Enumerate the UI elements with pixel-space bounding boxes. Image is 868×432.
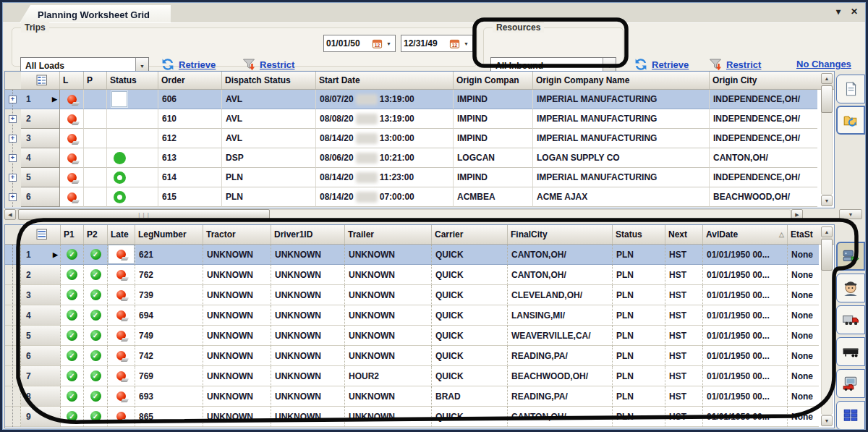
column-header[interactable]: Order bbox=[158, 72, 222, 89]
late-cell[interactable] bbox=[60, 168, 84, 187]
dispatch-status-cell[interactable]: PLN bbox=[222, 168, 316, 187]
row-header[interactable]: 7 bbox=[21, 366, 61, 386]
scrollbar-thumb[interactable]: | | | bbox=[18, 209, 270, 220]
avldate-cell[interactable]: 01/01/1950 00... bbox=[703, 366, 788, 386]
scroll-down-button[interactable]: ▼ bbox=[821, 195, 833, 206]
next-cell[interactable]: HST bbox=[665, 285, 703, 305]
p-cell[interactable] bbox=[84, 129, 107, 148]
row-header[interactable]: 5 bbox=[21, 168, 60, 187]
etastatus-cell[interactable]: None bbox=[788, 265, 819, 285]
column-header[interactable]: Tractor bbox=[203, 225, 271, 244]
trailer-cell[interactable]: UNKNOWN bbox=[345, 265, 432, 285]
finalcity-cell[interactable]: WEAVERVILLE,CA/ bbox=[508, 326, 613, 346]
origin-city-cell[interactable]: BEACHWOOD,OH/ bbox=[710, 187, 817, 207]
carrier-cell[interactable]: QUICK bbox=[432, 285, 508, 305]
late-cell[interactable] bbox=[108, 346, 135, 366]
next-cell[interactable]: HST bbox=[665, 386, 703, 407]
order-cell[interactable]: 610 bbox=[158, 109, 222, 129]
finalcity-cell[interactable]: READING,PA/ bbox=[508, 386, 613, 407]
p-cell[interactable] bbox=[84, 90, 107, 109]
carrier-cell[interactable]: QUICK bbox=[432, 407, 508, 427]
p1-cell[interactable] bbox=[61, 366, 84, 386]
dispatch-status-cell[interactable]: AVL bbox=[222, 90, 316, 109]
p-cell[interactable] bbox=[84, 168, 107, 187]
column-header[interactable]: Driver1ID bbox=[271, 225, 345, 244]
resource-row[interactable]: 5 749 UNKNOWN UNKNOWN UNKNOWN QUICK WEAV… bbox=[5, 326, 834, 346]
etastatus-cell[interactable]: None bbox=[788, 326, 819, 346]
late-cell[interactable] bbox=[108, 407, 135, 427]
next-cell[interactable]: HST bbox=[665, 346, 703, 366]
late-cell[interactable] bbox=[108, 386, 135, 407]
column-header[interactable]: Dispatch Status bbox=[222, 72, 316, 89]
legnumber-cell[interactable]: 742 bbox=[135, 346, 203, 366]
legnumber-cell[interactable]: 694 bbox=[135, 305, 203, 326]
expand-plus-icon[interactable] bbox=[9, 174, 17, 182]
scroll-down-button[interactable]: ▼ bbox=[821, 415, 833, 426]
p1-cell[interactable] bbox=[61, 265, 84, 285]
chevron-down-icon[interactable]: ▼ bbox=[462, 41, 470, 46]
chevron-down-icon[interactable]: ▼ bbox=[385, 41, 393, 46]
next-cell[interactable]: HST bbox=[665, 245, 703, 265]
column-header[interactable]: Trailer bbox=[345, 225, 432, 244]
status-cell[interactable]: PLN bbox=[613, 265, 665, 285]
late-cell[interactable] bbox=[108, 305, 135, 326]
column-header[interactable]: FinalCity bbox=[508, 225, 613, 244]
finalcity-cell[interactable]: CANTON,OH/ bbox=[508, 407, 613, 427]
driver1id-cell[interactable]: UNKNOWN bbox=[271, 305, 345, 326]
status-cell[interactable] bbox=[107, 168, 158, 187]
avldate-cell[interactable]: 01/01/1950 00... bbox=[703, 326, 788, 346]
row-header[interactable]: 4 bbox=[21, 148, 60, 168]
scroll-right-button[interactable]: ▶ bbox=[791, 209, 803, 220]
carrier-cell[interactable]: QUICK bbox=[432, 265, 508, 285]
row-header[interactable]: 5 bbox=[21, 326, 61, 346]
status-cell[interactable] bbox=[107, 109, 158, 129]
column-header[interactable]: Origin Compan bbox=[454, 72, 533, 89]
column-header[interactable]: L bbox=[60, 72, 84, 89]
trailer-cell[interactable]: UNKNOWN bbox=[345, 285, 432, 305]
no-changes-link[interactable]: No Changes bbox=[796, 59, 851, 69]
trailer-cell[interactable]: UNKNOWN bbox=[345, 305, 432, 326]
tractor-cell[interactable]: UNKNOWN bbox=[203, 265, 271, 285]
calendar-icon[interactable]: 12 bbox=[449, 38, 460, 49]
carrier-cell[interactable]: QUICK bbox=[432, 346, 508, 366]
p2-cell[interactable] bbox=[84, 326, 108, 346]
carrier-cell[interactable]: QUICK bbox=[432, 305, 508, 326]
trailer-cell[interactable]: UNKNOWN bbox=[345, 407, 432, 427]
origin-company-name-cell[interactable]: LOGAN SUPPLY CO bbox=[533, 148, 710, 168]
tractor-cell[interactable]: UNKNOWN bbox=[203, 346, 271, 366]
tractor-cell[interactable]: UNKNOWN bbox=[203, 245, 271, 265]
p1-cell[interactable] bbox=[61, 245, 84, 265]
p2-cell[interactable] bbox=[84, 245, 108, 265]
tab-tractors[interactable] bbox=[836, 305, 865, 334]
origin-city-cell[interactable]: CANTON,OH/ bbox=[710, 148, 817, 168]
column-header[interactable]: Next bbox=[665, 225, 703, 244]
p2-cell[interactable] bbox=[84, 386, 108, 407]
origin-company-cell[interactable]: IMPIND bbox=[454, 90, 533, 109]
tractor-cell[interactable]: UNKNOWN bbox=[203, 386, 271, 407]
next-cell[interactable]: HST bbox=[665, 366, 703, 386]
late-cell[interactable] bbox=[108, 265, 135, 285]
trips-retrieve-link[interactable]: Retrieve bbox=[161, 57, 216, 72]
scroll-up-button[interactable]: ▲ bbox=[821, 73, 833, 84]
avldate-cell[interactable]: 01/01/1950 00... bbox=[703, 245, 788, 265]
origin-company-cell[interactable]: IMPIND bbox=[454, 109, 533, 129]
calendar-icon[interactable]: 12 bbox=[372, 38, 383, 49]
origin-company-name-cell[interactable]: IMPERIAL MANUFACTURING bbox=[533, 90, 710, 109]
start-date-cell[interactable]: 08/14/20 07:00:00 bbox=[316, 187, 454, 207]
column-header[interactable]: Status bbox=[613, 225, 665, 244]
tab-planning-worksheet-grid[interactable]: Planning Worksheet Grid bbox=[19, 5, 171, 24]
scroll-up-button[interactable]: ▲ bbox=[821, 226, 833, 237]
late-cell[interactable] bbox=[60, 148, 84, 168]
status-cell[interactable]: PLN bbox=[613, 366, 665, 386]
p2-cell[interactable] bbox=[84, 285, 108, 305]
status-cell[interactable] bbox=[107, 90, 158, 109]
column-header[interactable]: Status bbox=[107, 72, 158, 89]
dispatch-status-cell[interactable]: AVL bbox=[222, 129, 316, 148]
row-header[interactable]: 2 bbox=[21, 265, 61, 285]
finalcity-cell[interactable]: CANTON,OH/ bbox=[508, 265, 613, 285]
status-cell[interactable]: PLN bbox=[613, 245, 665, 265]
start-date-cell[interactable]: 08/08/20 13:19:00 bbox=[316, 109, 454, 129]
trips-restrict-link[interactable]: Restrict bbox=[242, 57, 294, 72]
origin-company-cell[interactable]: IMPIND bbox=[454, 168, 533, 187]
row-header[interactable]: 4 bbox=[21, 305, 61, 326]
